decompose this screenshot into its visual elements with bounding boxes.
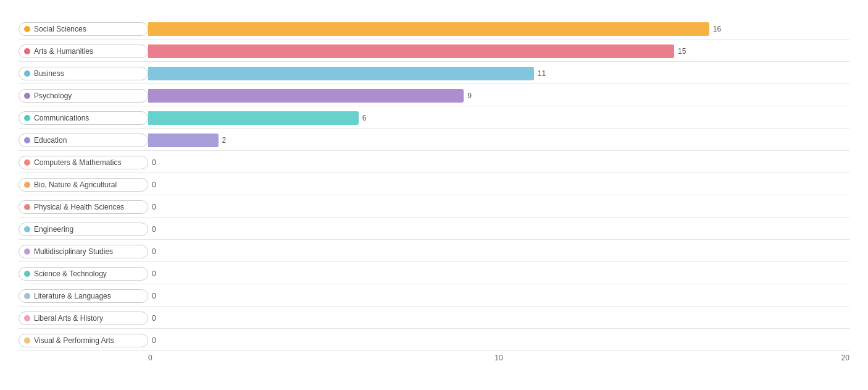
bar-value: 0 — [152, 203, 156, 211]
bar-value: 6 — [362, 114, 367, 122]
bar-row: Psychology9 — [19, 85, 849, 106]
bar-value: 0 — [152, 247, 156, 256]
label-text: Social Sciences — [34, 25, 86, 33]
bar-row: Bio, Nature & Agricultural0 — [19, 174, 849, 195]
bar-label: Bio, Nature & Agricultural — [19, 178, 148, 192]
label-text: Communications — [34, 114, 89, 122]
bar-value: 0 — [152, 336, 156, 345]
label-text: Liberal Arts & History — [34, 314, 103, 323]
label-text: Psychology — [34, 91, 72, 100]
bar-row: Arts & Humanities15 — [19, 41, 849, 62]
bar-area: 11 — [148, 67, 849, 80]
label-text: Physical & Health Sciences — [34, 203, 124, 211]
bar-row: Literature & Languages0 — [19, 286, 849, 307]
bar-row: Engineering0 — [19, 219, 849, 240]
bar-area: 0 — [148, 289, 849, 303]
bar-row: Communications6 — [19, 108, 849, 129]
bar-value: 9 — [467, 91, 472, 100]
bar-fill — [148, 22, 709, 36]
bar-label: Science & Technology — [19, 267, 148, 281]
bar-row: Science & Technology0 — [19, 263, 849, 284]
label-text: Bio, Nature & Agricultural — [34, 180, 117, 189]
bar-area: 15 — [148, 45, 849, 58]
bar-label: Physical & Health Sciences — [19, 200, 148, 214]
label-dot — [24, 48, 30, 54]
x-tick: 0 — [148, 354, 382, 362]
label-text: Business — [34, 69, 64, 78]
bar-value: 2 — [222, 136, 227, 145]
bar-label: Computers & Mathematics — [19, 156, 148, 169]
bar-label: Education — [19, 134, 148, 147]
label-dot — [24, 182, 30, 188]
bar-fill — [148, 89, 464, 103]
label-dot — [24, 115, 30, 121]
label-dot — [24, 226, 30, 232]
bar-value: 0 — [152, 180, 156, 189]
bar-fill — [148, 45, 674, 58]
bar-area: 0 — [148, 223, 849, 236]
label-text: Literature & Languages — [34, 292, 111, 300]
chart-container: Social Sciences16Arts & Humanities15Busi… — [19, 19, 849, 362]
label-text: Computers & Mathematics — [34, 158, 121, 167]
label-text: Arts & Humanities — [34, 47, 93, 56]
bar-label: Social Sciences — [19, 22, 148, 36]
bar-label: Literature & Languages — [19, 289, 148, 303]
label-text: Education — [34, 136, 67, 145]
bar-value: 15 — [678, 47, 686, 56]
label-dot — [24, 271, 30, 277]
bar-area: 0 — [148, 245, 849, 258]
bar-label: Multidisciplinary Studies — [19, 245, 148, 258]
label-dot — [24, 248, 30, 255]
bar-area: 0 — [148, 156, 849, 169]
bar-row: Social Sciences16 — [19, 19, 849, 40]
label-dot — [24, 337, 30, 344]
bar-area: 0 — [148, 267, 849, 281]
bar-area: 9 — [148, 89, 849, 103]
bar-label: Business — [19, 67, 148, 80]
label-dot — [24, 137, 30, 143]
bar-row: Computers & Mathematics0 — [19, 152, 849, 173]
bar-label: Arts & Humanities — [19, 45, 148, 58]
bar-row: Multidisciplinary Studies0 — [19, 241, 849, 262]
label-dot — [24, 204, 30, 210]
bar-label: Visual & Performing Arts — [19, 334, 148, 347]
bar-value: 16 — [713, 25, 721, 33]
label-dot — [24, 315, 30, 321]
label-text: Engineering — [34, 225, 73, 234]
chart-area-wrapper: Social Sciences16Arts & Humanities15Busi… — [19, 19, 849, 351]
label-text: Science & Technology — [34, 269, 107, 278]
label-dot — [24, 93, 30, 99]
label-dot — [24, 70, 30, 77]
bar-row: Business11 — [19, 63, 849, 84]
bar-row: Liberal Arts & History0 — [19, 308, 849, 329]
bar-row: Visual & Performing Arts0 — [19, 330, 849, 351]
label-text: Multidisciplinary Studies — [34, 247, 113, 256]
bar-label: Liberal Arts & History — [19, 312, 148, 325]
bar-row: Physical & Health Sciences0 — [19, 197, 849, 218]
bar-area: 0 — [148, 312, 849, 325]
bar-fill — [148, 67, 534, 80]
bar-value: 0 — [152, 269, 156, 278]
bar-area: 2 — [148, 134, 849, 147]
x-axis: 01020 — [19, 354, 849, 362]
bar-area: 16 — [148, 22, 849, 36]
x-tick: 20 — [616, 354, 849, 362]
bar-area: 6 — [148, 111, 849, 125]
label-dot — [24, 159, 30, 166]
x-tick: 10 — [382, 354, 616, 362]
bar-value: 0 — [152, 292, 156, 300]
bar-label: Engineering — [19, 223, 148, 236]
label-text: Visual & Performing Arts — [34, 336, 114, 345]
bar-value: 0 — [152, 225, 156, 234]
bar-fill — [148, 111, 359, 125]
bar-value: 0 — [152, 158, 156, 167]
bar-label: Communications — [19, 111, 148, 125]
bar-area: 0 — [148, 200, 849, 214]
bar-value: 0 — [152, 314, 156, 323]
bar-row: Education2 — [19, 130, 849, 151]
bar-area: 0 — [148, 334, 849, 347]
bar-area: 0 — [148, 178, 849, 192]
bar-label: Psychology — [19, 89, 148, 103]
label-dot — [24, 293, 30, 299]
bar-fill — [148, 134, 219, 147]
